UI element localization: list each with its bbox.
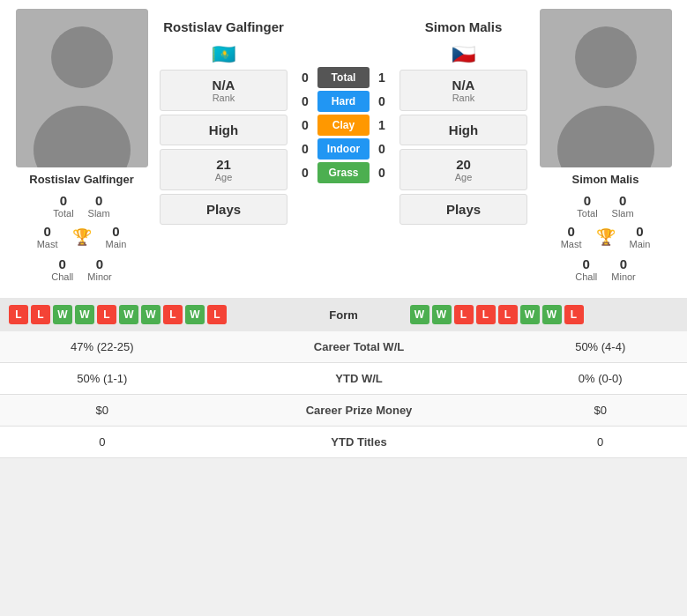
right-rank-box: N/A Rank	[400, 70, 527, 111]
right-mast-stat: 0 Mast	[561, 224, 582, 249]
total-badge: Total	[317, 67, 370, 88]
form-badge: L	[207, 305, 227, 324]
right-minor-label: Minor	[611, 271, 636, 282]
left-slam-label: Slam	[88, 208, 110, 219]
left-clay-score: 0	[293, 118, 317, 132]
right-player-totals: 0 Total 0 Slam	[577, 193, 633, 219]
stat-label: YTD W/L	[205, 363, 514, 395]
left-hard-score: 0	[293, 94, 317, 108]
stat-label: YTD Titles	[205, 427, 514, 458]
stat-right-value: 50% (4-4)	[513, 331, 687, 363]
form-badge: W	[520, 305, 540, 324]
form-badge: W	[542, 305, 562, 324]
left-total-score: 0	[293, 71, 317, 85]
left-age-label: Age	[166, 172, 281, 182]
svg-point-1	[51, 26, 113, 88]
stat-right-value: 0% (0-0)	[513, 363, 687, 395]
center-scores: 0 Total 1 0 Hard 0 0 Clay 1 0	[293, 9, 394, 282]
stat-left-value: 0	[0, 427, 205, 458]
right-mast-row: 0 Mast 🏆 0 Main	[561, 224, 651, 249]
indoor-row: 0 Indoor 0	[293, 138, 394, 160]
right-total-label: Total	[577, 208, 597, 219]
right-age-box: 20 Age	[400, 149, 527, 190]
left-plays-value: Plays	[166, 202, 281, 217]
right-age-label: Age	[406, 172, 521, 182]
form-badge: W	[75, 305, 94, 324]
left-total-label: Total	[53, 208, 73, 219]
right-minor-stat: 0 Minor	[611, 256, 636, 282]
left-flag-row: 🇰🇿	[160, 43, 287, 66]
left-rank-value: N/A	[166, 78, 281, 93]
left-form-badges: LLWWLWWLWL	[9, 305, 278, 324]
table-row: 0 YTD Titles 0	[0, 427, 687, 458]
form-badge: L	[31, 305, 50, 324]
left-age-box: 21 Age	[160, 149, 287, 190]
stat-right-value: $0	[513, 395, 687, 427]
form-badge: L	[163, 305, 183, 324]
form-badge: L	[97, 305, 116, 324]
form-section: LLWWLWWLWL Form WWLLLWWL	[0, 298, 687, 331]
clay-row: 0 Clay 1	[293, 115, 394, 136]
right-info-panel: Simon Malis 🇨🇿 N/A Rank High 20 Age Play…	[400, 9, 527, 282]
right-player-avatar	[540, 9, 672, 167]
indoor-badge: Indoor	[317, 138, 370, 160]
right-grass-score: 0	[370, 166, 394, 180]
left-chall-label: Chall	[51, 271, 73, 282]
stat-left-value: $0	[0, 395, 205, 427]
left-chall-value: 0	[59, 256, 66, 271]
left-total-stat: 0 Total	[53, 193, 73, 219]
main-container: Rostislav Galfinger 0 Total 0 Slam 0 Mas…	[0, 0, 687, 458]
table-row: $0 Career Prize Money $0	[0, 395, 687, 427]
left-minor-stat: 0 Minor	[87, 256, 112, 282]
left-mast-label: Mast	[37, 239, 58, 249]
left-player-totals: 0 Total 0 Slam	[53, 193, 109, 219]
form-badge: L	[498, 305, 518, 324]
right-player: Simon Malis 0 Total 0 Slam 0 Mast 🏆 0	[533, 9, 678, 282]
top-section: Rostislav Galfinger 0 Total 0 Slam 0 Mas…	[0, 0, 687, 291]
form-badge: L	[564, 305, 584, 324]
left-slam-value: 0	[95, 193, 102, 208]
total-row: 0 Total 1	[293, 67, 394, 88]
clay-badge: Clay	[317, 115, 370, 136]
left-rank-box: N/A Rank	[160, 70, 287, 111]
right-indoor-score: 0	[370, 142, 394, 156]
left-minor-value: 0	[96, 256, 103, 271]
right-form-badges: WWLLLWWL	[410, 305, 679, 324]
stat-label: Career Prize Money	[205, 395, 514, 427]
form-badge: W	[141, 305, 161, 324]
form-badge: W	[410, 305, 429, 324]
left-mast-row: 0 Mast 🏆 0 Main	[37, 224, 127, 249]
left-high-box: High	[160, 115, 287, 145]
left-grass-score: 0	[293, 166, 317, 180]
right-main-value: 0	[636, 224, 643, 239]
right-total-score: 1	[370, 71, 394, 85]
form-badge: W	[185, 305, 205, 324]
form-badge: L	[454, 305, 474, 324]
right-chall-label: Chall	[575, 271, 597, 282]
right-rank-value: N/A	[406, 78, 521, 93]
stat-left-value: 50% (1-1)	[0, 363, 205, 395]
left-player-name: Rostislav Galfinger	[29, 173, 133, 186]
form-badge: W	[119, 305, 138, 324]
grass-row: 0 Grass 0	[293, 162, 394, 183]
stats-table: 47% (22-25) Career Total W/L 50% (4-4) 5…	[0, 331, 687, 458]
table-row: 50% (1-1) YTD W/L 0% (0-0)	[0, 363, 687, 395]
hard-badge: Hard	[317, 91, 370, 112]
left-trophy-icon: 🏆	[72, 227, 92, 247]
stat-label: Career Total W/L	[205, 331, 514, 363]
left-minor-label: Minor	[87, 271, 112, 282]
stat-left-value: 47% (22-25)	[0, 331, 205, 363]
form-badge: W	[53, 305, 72, 324]
left-mast-value: 0	[43, 224, 50, 239]
right-flag-row: 🇨🇿	[400, 43, 527, 66]
table-row: 47% (22-25) Career Total W/L 50% (4-4)	[0, 331, 687, 363]
left-info-panel: Rostislav Galfinger 🇰🇿 N/A Rank High 21 …	[160, 9, 287, 282]
right-slam-stat: 0 Slam	[612, 193, 634, 219]
left-mast-stat: 0 Mast	[37, 224, 58, 249]
left-chall-stat: 0 Chall	[51, 256, 73, 282]
hard-row: 0 Hard 0	[293, 91, 394, 112]
surface-section: 0 Total 1 0 Hard 0 0 Clay 1 0	[293, 62, 394, 183]
right-rank-label: Rank	[406, 93, 521, 103]
right-flag-icon: 🇨🇿	[452, 43, 475, 66]
left-age-value: 21	[166, 157, 281, 172]
